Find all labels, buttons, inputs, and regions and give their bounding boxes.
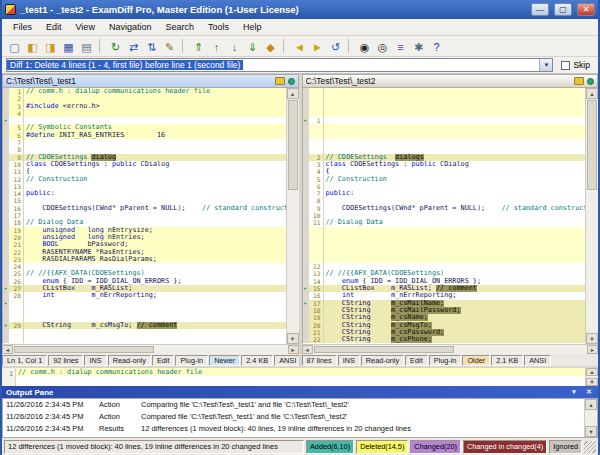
- code-line[interactable]: 4{: [303, 168, 586, 175]
- folder-icon[interactable]: [275, 77, 285, 85]
- code-line[interactable]: 26 enum { IDD = IDD_DIAL_ON_ERRORS };: [3, 278, 286, 285]
- sync-scroll-icon[interactable]: ⇅: [143, 38, 160, 55]
- output-row[interactable]: 11/26/2016 2:34:45 PMActionComparing fil…: [3, 399, 584, 411]
- code-line[interactable]: [3, 314, 286, 321]
- code-line[interactable]: 18 CString m_csMailPassword;: [303, 307, 586, 314]
- scroll-left-icon[interactable]: ◄: [2, 345, 13, 354]
- help-icon[interactable]: ?: [428, 38, 445, 55]
- code-line[interactable]: ▸: [3, 300, 286, 307]
- first-diff-icon[interactable]: ⇑: [190, 38, 207, 55]
- code-line[interactable]: 13: [3, 183, 286, 190]
- code-line[interactable]: ▸29 CString m_csMsgTo; // comment: [3, 322, 286, 329]
- code-line[interactable]: [3, 307, 286, 314]
- code-line[interactable]: [303, 88, 586, 95]
- copy-block-left-icon[interactable]: ◄: [291, 38, 308, 55]
- code-line[interactable]: [303, 249, 586, 256]
- code-line[interactable]: 22 CString m_csPhone;: [303, 336, 586, 343]
- diff-selector-combobox[interactable]: Diff 1: Delete 4 lines (1 - 4, first fil…: [6, 58, 553, 72]
- scroll-up-icon[interactable]: ▲: [586, 368, 598, 376]
- edit-file-icon[interactable]: ✎: [161, 38, 178, 55]
- code-line[interactable]: 6#define INIT_RAS_ENTRIES 16: [3, 132, 286, 139]
- code-line[interactable]: 5// Symbolic Constants: [3, 124, 286, 131]
- code-line[interactable]: 12: [303, 263, 586, 270]
- code-line[interactable]: [303, 227, 586, 234]
- folder-icon[interactable]: [574, 77, 584, 85]
- recompare-icon[interactable]: ↻: [107, 38, 124, 55]
- code-line[interactable]: 14 enum { IDD = IDD_DIAL_ON_ERRORS };: [303, 278, 586, 285]
- left-vertical-scrollbar[interactable]: ▲ ▼: [286, 88, 299, 344]
- code-line[interactable]: [303, 139, 586, 146]
- print-icon[interactable]: ▤: [78, 38, 95, 55]
- menu-help[interactable]: Help: [236, 20, 269, 34]
- maximize-button[interactable]: ▢: [554, 3, 572, 16]
- code-line[interactable]: 16 int m_nErrReporting;: [303, 292, 586, 299]
- scroll-up-icon[interactable]: ▲: [586, 88, 598, 99]
- code-line[interactable]: 19 CString m_csName;: [303, 314, 586, 321]
- open-left-icon[interactable]: ◧: [24, 38, 41, 55]
- inspector-scrollbar[interactable]: ▲ ▼: [585, 368, 598, 386]
- code-line[interactable]: 16 CDOESettings(CWnd* pParent = NULL); /…: [3, 205, 286, 212]
- right-horizontal-scrollbar[interactable]: ◄ ►: [302, 344, 599, 354]
- resize-grip[interactable]: [584, 441, 596, 453]
- code-line[interactable]: [303, 234, 586, 241]
- code-line[interactable]: [3, 336, 286, 343]
- skip-checkbox[interactable]: [561, 61, 570, 70]
- right-hscroll-thumb[interactable]: [314, 346, 454, 353]
- code-line[interactable]: [303, 110, 586, 117]
- code-line[interactable]: 13// //{{AFX_DATA(CDOESettings): [303, 270, 586, 277]
- minimize-button[interactable]: —: [531, 3, 549, 16]
- next-diff-icon[interactable]: ↓: [226, 38, 243, 55]
- pin-icon[interactable]: [288, 78, 295, 85]
- code-line[interactable]: 25// //{{AFX_DATA(CDOESettings): [3, 270, 286, 277]
- code-line[interactable]: 24: [3, 263, 286, 270]
- right-vertical-scrollbar[interactable]: ▲ ▼: [585, 88, 598, 344]
- save-icon[interactable]: ▦: [60, 38, 77, 55]
- show-differences-icon[interactable]: ≡: [392, 38, 409, 55]
- prev-diff-icon[interactable]: ↑: [208, 38, 225, 55]
- output-row[interactable]: 11/26/2016 2:34:45 PMActionCompared file…: [3, 411, 584, 423]
- undo-icon[interactable]: ↺: [327, 38, 344, 55]
- left-hscroll-thumb[interactable]: [14, 346, 154, 353]
- code-line[interactable]: 12// Construction: [3, 176, 286, 183]
- inspector-body[interactable]: // comm.h : dialup communications header…: [16, 368, 585, 386]
- code-line[interactable]: 6: [303, 183, 586, 190]
- find-icon[interactable]: ◉: [356, 38, 373, 55]
- right-file-header[interactable]: C:\Test\Test\_test2: [302, 74, 599, 88]
- code-line[interactable]: 11// Dialog Data: [303, 219, 586, 226]
- menu-navigation[interactable]: Navigation: [102, 20, 159, 34]
- code-line[interactable]: [303, 146, 586, 153]
- output-row[interactable]: 11/26/2016 2:34:45 PMResults12 differenc…: [3, 423, 584, 435]
- code-line[interactable]: [303, 103, 586, 110]
- code-line[interactable]: [303, 241, 586, 248]
- find-next-icon[interactable]: ◎: [374, 38, 391, 55]
- code-line[interactable]: 18// Dialog Data: [3, 219, 286, 226]
- output-scrollbar[interactable]: ▲ ▼: [584, 399, 597, 437]
- code-line[interactable]: 9// CDOESettings dialog: [3, 154, 286, 161]
- scroll-up-icon[interactable]: ▲: [585, 399, 597, 410]
- chevron-down-icon[interactable]: ▼: [539, 59, 552, 71]
- scroll-down-icon[interactable]: ▼: [586, 333, 598, 344]
- code-line[interactable]: 8: [303, 197, 586, 204]
- scroll-down-icon[interactable]: ▼: [585, 426, 597, 437]
- close-icon[interactable]: ✕: [584, 388, 594, 396]
- menu-edit[interactable]: Edit: [39, 20, 69, 34]
- right-code-area[interactable]: ▸12// CDOESettings dialogs3class CDOESet…: [302, 88, 586, 344]
- code-line[interactable]: 11{: [3, 168, 286, 175]
- code-line[interactable]: 20 CString m_csMsgTo;: [303, 322, 586, 329]
- left-horizontal-scrollbar[interactable]: ◄ ►: [2, 344, 299, 354]
- pin-icon[interactable]: ▾: [569, 388, 579, 396]
- code-line[interactable]: 10class CDOESettings : public CDialog: [3, 161, 286, 168]
- code-line[interactable]: 2: [3, 95, 286, 102]
- pin-icon[interactable]: [587, 78, 594, 85]
- scroll-right-icon[interactable]: ►: [587, 345, 598, 354]
- swap-panes-icon[interactable]: ⇄: [125, 38, 142, 55]
- code-line[interactable]: 4: [3, 110, 286, 117]
- code-line[interactable]: 3class CDOESettings : public CDialog: [303, 161, 586, 168]
- code-line[interactable]: ▸: [3, 117, 286, 124]
- left-file-header[interactable]: C:\Test\Test\_test1: [2, 74, 299, 88]
- code-line[interactable]: 2// CDOESettings dialogs: [303, 154, 586, 161]
- code-line[interactable]: 23 RASDIALPARAMS RasDialParams;: [3, 256, 286, 263]
- code-line[interactable]: 20 unsigned long nEntries;: [3, 234, 286, 241]
- code-line[interactable]: 21 BOOL bPassword;: [3, 241, 286, 248]
- scroll-up-icon[interactable]: ▲: [287, 88, 299, 99]
